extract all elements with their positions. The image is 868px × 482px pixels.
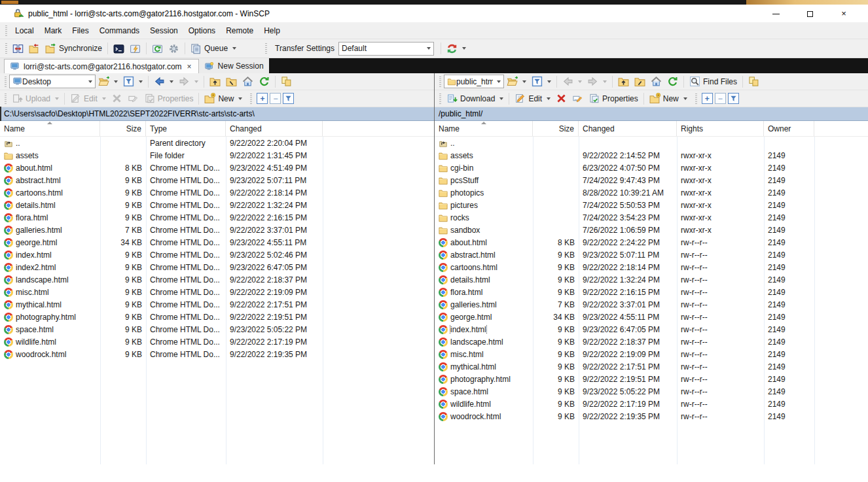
remote-path-bar[interactable]: /public_html/ <box>435 107 868 121</box>
column-header-name[interactable]: Name <box>435 121 533 136</box>
local-properties-button[interactable]: Properties <box>141 92 196 105</box>
preferences-button[interactable] <box>166 42 182 56</box>
file-row[interactable]: cartoons.html9 KB9/22/2022 2:18:14 PMrw-… <box>435 261 868 273</box>
remote-home-directory-button[interactable] <box>648 75 664 88</box>
open-terminal-button[interactable] <box>111 42 127 56</box>
menu-files[interactable]: Files <box>67 24 94 38</box>
local-unselect-files-button[interactable]: − <box>270 93 281 104</box>
file-row[interactable]: wildlife.html9 KB9/22/2022 2:17:19 PMrw-… <box>435 398 868 410</box>
remote-root-directory-button[interactable] <box>632 75 648 88</box>
toolbar-grip[interactable] <box>5 26 7 36</box>
file-row[interactable]: galleries.html7 KBChrome HTML Do...9/22/… <box>0 224 434 236</box>
file-row[interactable]: pcsStuff7/24/2022 9:47:43 PMrwxr-xr-x214… <box>435 174 868 186</box>
file-row[interactable]: index2.html9 KBChrome HTML Do...9/23/202… <box>0 261 434 273</box>
compare-panels-button[interactable] <box>10 42 26 56</box>
toolbar-grip[interactable] <box>5 77 7 87</box>
file-row[interactable]: abstract.html9 KBChrome HTML Do...9/23/2… <box>0 174 434 186</box>
new-session-tab[interactable]: New Session <box>199 59 269 73</box>
file-row[interactable]: rocks7/24/2022 3:54:23 PMrwxr-xr-x2149 <box>435 211 868 224</box>
menu-remote[interactable]: Remote <box>221 24 259 38</box>
open-in-putty-button[interactable] <box>127 42 143 56</box>
remote-properties-button[interactable]: Properties <box>586 92 641 105</box>
toolbar-grip[interactable] <box>439 94 441 104</box>
toolbar-grip[interactable] <box>250 94 252 104</box>
remote-forward-button[interactable] <box>585 75 609 88</box>
file-row[interactable]: woodrock.html9 KB9/22/2022 2:19:35 PMrw-… <box>435 410 868 422</box>
column-header-owner[interactable]: Owner <box>764 121 814 136</box>
file-row[interactable]: assets9/22/2022 2:14:52 PMrwxr-xr-x2149 <box>435 149 868 162</box>
synchronize-button[interactable]: Synchronize <box>43 42 105 56</box>
upload-button[interactable]: Upload <box>9 92 62 105</box>
toolbar-grip[interactable] <box>439 77 441 87</box>
local-new-button[interactable]: New <box>202 92 245 105</box>
remote-filter-toggle-button[interactable] <box>728 93 739 104</box>
file-row[interactable]: details.html9 KBChrome HTML Do...9/22/20… <box>0 199 434 211</box>
local-path-bar[interactable]: C:\Users\sacfo\Desktop\HTML2022\SEPT2022… <box>0 107 434 121</box>
remote-location-select[interactable]: public_html <box>444 75 504 88</box>
remote-edit-button[interactable]: Edit <box>512 92 553 105</box>
file-row[interactable]: woodrock.html9 KBChrome HTML Do...9/22/2… <box>0 348 434 360</box>
local-delete-button[interactable] <box>109 92 125 105</box>
file-row[interactable]: galleries.html7 KB9/22/2022 3:37:01 PMrw… <box>435 298 868 311</box>
minimize-button[interactable] <box>769 9 783 18</box>
file-row[interactable]: flora.html9 KBChrome HTML Do...9/22/2022… <box>0 211 434 224</box>
file-row[interactable]: george.html34 KBChrome HTML Do...9/23/20… <box>0 236 434 249</box>
file-row[interactable]: landscape.html9 KB9/22/2022 2:18:37 PMrw… <box>435 336 868 348</box>
local-filter-button[interactable] <box>120 75 145 88</box>
file-row[interactable]: flora.html9 KB9/22/2022 2:16:15 PMrw-r--… <box>435 286 868 298</box>
local-edit-button[interactable]: Edit <box>67 92 109 105</box>
queue-button[interactable]: Queue <box>188 42 239 56</box>
remote-unselect-files-button[interactable]: − <box>715 93 726 104</box>
toolbar-grip[interactable] <box>5 43 7 54</box>
local-location-select[interactable]: Desktop <box>9 75 96 88</box>
menu-help[interactable]: Help <box>259 24 285 38</box>
remote-filter-button[interactable] <box>529 75 554 88</box>
file-row[interactable]: index.html9 KB9/23/2022 6:47:05 PMrw-r--… <box>435 323 868 336</box>
toolbar-grip[interactable] <box>265 43 267 54</box>
file-row[interactable]: details.html9 KB9/22/2022 1:32:24 PMrw-r… <box>435 273 868 286</box>
transfer-settings-select[interactable]: Default <box>338 42 434 56</box>
file-row[interactable]: sandbox7/26/2022 1:06:59 PMrwxr-xr-x2149 <box>435 224 868 236</box>
menu-commands[interactable]: Commands <box>94 24 145 38</box>
remote-delete-button[interactable] <box>553 92 570 105</box>
find-files-button[interactable]: Find Files <box>687 75 740 88</box>
local-forward-button[interactable] <box>176 75 201 88</box>
toolbar-grip[interactable] <box>5 94 7 104</box>
sync-browsing-button[interactable] <box>26 42 43 56</box>
file-row[interactable]: wildlife.html9 KBChrome HTML Do...9/22/2… <box>0 336 434 348</box>
refresh-session-button[interactable] <box>149 42 166 56</box>
remote-select-files-button[interactable]: + <box>702 93 713 104</box>
session-tab[interactable]: lorri@stc-arts.com@gator2116.hostgator.c… <box>4 59 199 73</box>
local-refresh-button[interactable] <box>256 75 272 88</box>
toolbar-grip[interactable] <box>695 94 697 104</box>
maximize-button[interactable] <box>803 9 817 18</box>
transfer-options-button[interactable] <box>444 42 469 56</box>
file-row[interactable]: cartoons.html9 KBChrome HTML Do...9/22/2… <box>0 186 434 199</box>
local-back-button[interactable] <box>151 75 176 88</box>
file-row[interactable]: space.html9 KB9/23/2022 5:05:22 PMrw-r--… <box>435 385 868 398</box>
menu-mark[interactable]: Mark <box>39 24 67 38</box>
column-header-changed[interactable]: Changed <box>226 121 323 136</box>
file-row[interactable]: photography.html9 KBChrome HTML Do...9/2… <box>0 311 434 323</box>
remote-open-directory-button[interactable] <box>504 75 529 88</box>
file-row[interactable]: ..Parent directory9/22/2022 2:20:04 PM <box>0 137 434 149</box>
column-header-name[interactable]: Name <box>0 121 100 136</box>
local-filter-toggle-button[interactable] <box>283 93 294 104</box>
local-open-directory-button[interactable] <box>96 75 120 88</box>
menu-local[interactable]: Local <box>10 24 39 38</box>
file-row[interactable]: mythical.html9 KB9/22/2022 2:17:51 PMrw-… <box>435 360 868 373</box>
file-row[interactable]: cgi-bin6/23/2022 4:07:50 PMrwxr-xr-x2149 <box>435 162 868 174</box>
remote-copy-path-button[interactable] <box>746 75 762 88</box>
column-header-size[interactable]: Size <box>100 121 146 136</box>
file-row[interactable]: misc.html9 KBChrome HTML Do...9/22/2022 … <box>0 286 434 298</box>
remote-rename-button[interactable] <box>570 92 586 105</box>
file-row[interactable]: george.html34 KB9/23/2022 4:55:11 PMrw-r… <box>435 311 868 323</box>
close-button[interactable]: × <box>837 9 851 18</box>
file-row[interactable]: about.html8 KB9/22/2022 2:24:22 PMrw-r--… <box>435 236 868 249</box>
close-tab-icon[interactable]: × <box>186 62 193 71</box>
file-row[interactable]: index.html9 KBChrome HTML Do...9/23/2022… <box>0 249 434 261</box>
file-row[interactable]: mythical.html9 KBChrome HTML Do...9/22/2… <box>0 298 434 311</box>
column-header-size[interactable]: Size <box>533 121 579 136</box>
column-header-type[interactable]: Type <box>146 121 226 136</box>
file-row[interactable]: pictures7/24/2022 5:50:53 PMrwxr-xr-x214… <box>435 199 868 211</box>
